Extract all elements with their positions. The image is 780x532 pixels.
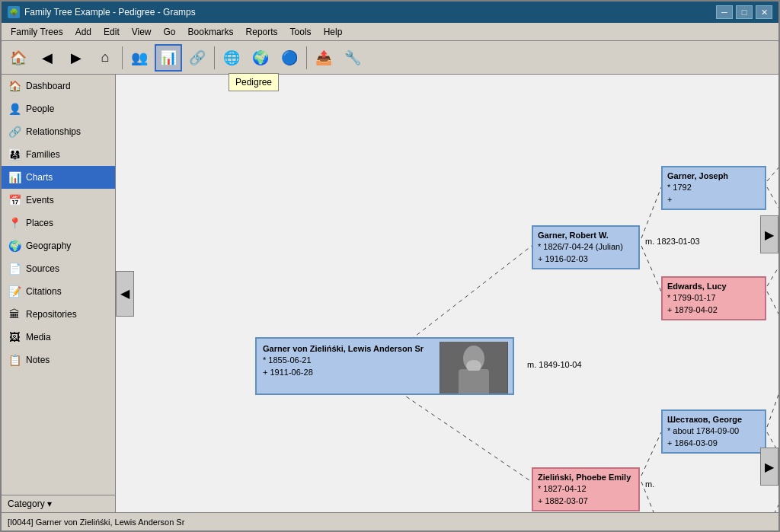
toolbar-web2-button[interactable]: 🌍 [247,44,274,72]
sidebar-label-places: Places [26,218,53,228]
menu-help[interactable]: Help [318,25,349,39]
menu-view[interactable]: View [126,25,158,39]
sidebar-item-media[interactable]: 🖼 Media [2,326,115,349]
toolbar-pedigree-button[interactable]: 📊 [155,44,182,72]
sidebar-label-dashboard: Dashboard [26,81,71,91]
menu-bar: Family Trees Add Edit View Go Bookmarks … [2,23,778,41]
gp2-death: + 1879-04-02 [667,304,760,316]
main-person-card[interactable]: Garner von Zielińśki, Lewis Anderson Sr … [255,337,514,395]
sidebar-label-sources: Sources [26,263,59,274]
sidebar-item-dashboard[interactable]: 🏠 Dashboard [2,75,115,97]
sidebar-item-citations[interactable]: 📝 Citations [2,280,115,303]
maximize-button[interactable]: □ [736,5,753,19]
gp3-name: Шестаков, George [667,414,760,425]
status-bar: [I0044] Garner von Zielińśki, Lewis Ande… [2,512,778,530]
toolbar-forward-button[interactable]: ▶ [62,44,90,72]
svg-line-2 [641,187,661,238]
marriage-gp1-label: m. 1823-01-03 [645,237,700,246]
media-icon: 🖼 [8,330,21,344]
families-icon: 👨‍👩‍👧 [8,148,21,161]
svg-line-12 [767,502,778,512]
menu-add[interactable]: Add [69,25,98,39]
sidebar-item-charts[interactable]: 📊 Charts [2,166,115,189]
toolbar-back-button[interactable]: ◀ [34,44,61,72]
close-button[interactable]: ✕ [756,5,772,19]
parent2-card[interactable]: Zieliński, Phoebe Emily * 1827-04-12 + 1… [532,467,640,511]
toolbar-home-button[interactable]: 🏠 [5,44,32,72]
sidebar-label-charts: Charts [26,172,53,183]
parent1-death: + 1916-02-03 [538,253,634,265]
menu-edit[interactable]: Edit [98,25,126,39]
sidebar-label-people: People [26,104,54,114]
main-person-photo [440,342,508,395]
toolbar-home2-button[interactable]: ⌂ [91,44,119,72]
pedigree-area: ◀ Garner von Zielińśki, Lewis Anderson S… [116,75,778,512]
parent2-birth: * 1827-04-12 [538,483,634,495]
nav-right-bottom-arrow[interactable]: ▶ [760,448,778,486]
menu-family-trees[interactable]: Family Trees [5,25,69,39]
toolbar-import-button[interactable]: 🔧 [339,44,366,72]
toolbar-export-button[interactable]: 📤 [310,44,337,72]
places-icon: 📍 [8,216,21,230]
sidebar-label-relationships: Relationships [26,126,81,137]
sidebar-label-citations: Citations [26,286,62,297]
menu-go[interactable]: Go [158,25,182,39]
svg-line-9 [767,291,778,317]
gp1-card[interactable]: Garner, Joseph * 1792 + [661,166,766,210]
sidebar-item-events[interactable]: 📅 Events [2,189,115,212]
title-bar-left: 🌳 Family Tree Example - Pedigree - Gramp… [8,6,196,18]
citations-icon: 📝 [8,285,21,298]
sidebar-item-families[interactable]: 👨‍👩‍👧 Families [2,143,115,166]
title-bar-controls: ─ □ ✕ [716,5,772,19]
svg-point-17 [466,360,481,372]
category-label: Category ▾ [8,499,52,509]
charts-icon: 📊 [8,170,21,184]
sidebar-item-repositories[interactable]: 🏛 Repositories [2,303,115,326]
menu-tools[interactable]: Tools [284,25,318,39]
gp2-name: Edwards, Lucy [667,281,760,292]
sidebar-item-geography[interactable]: 🌍 Geography [2,234,115,257]
window-title: Family Tree Example - Pedigree - Gramps [24,7,196,18]
gp3-death: + 1864-03-09 [667,438,760,449]
menu-reports[interactable]: Reports [240,25,284,39]
svg-line-8 [767,265,778,286]
title-bar: 🌳 Family Tree Example - Pedigree - Gramp… [2,2,778,23]
sidebar-item-places[interactable]: 📍 Places [2,212,115,234]
gp1-death: + [667,194,760,205]
sidebar-label-notes: Notes [26,355,50,365]
sidebar-item-relationships[interactable]: 🔗 Relationships [2,120,115,143]
parent1-card[interactable]: Garner, Robert W. * 1826/7-04-24 (Julian… [532,225,640,269]
gp2-birth: * 1799-01-17 [667,292,760,304]
svg-line-7 [767,187,778,210]
main-window: 🌳 Family Tree Example - Pedigree - Gramp… [0,0,780,532]
toolbar-web3-button[interactable]: 🔵 [276,44,303,72]
toolbar-rel-button[interactable]: 🔗 [184,44,211,72]
parent2-death: + 1882-03-07 [538,495,634,507]
toolbar-web1-button[interactable]: 🌐 [218,44,245,72]
svg-line-6 [767,166,778,181]
marriage-gp2-label: m. [645,479,654,489]
sidebar-label-families: Families [26,149,60,160]
svg-rect-18 [463,371,484,393]
nav-right-top-arrow[interactable]: ▶ [760,215,778,253]
minimize-button[interactable]: ─ [716,5,733,19]
people-icon: 👤 [8,102,21,116]
main-content: 🏠 Dashboard 👤 People 🔗 Relationships 👨‍👩… [2,75,778,512]
gp3-birth: * about 1784-09-00 [667,425,760,437]
sidebar-item-people[interactable]: 👤 People [2,97,115,120]
marriage-label-1: m. 1849-10-04 [527,360,582,369]
toolbar-people-button[interactable]: 👥 [126,44,153,72]
sidebar-label-events: Events [26,195,54,205]
sidebar-item-sources[interactable]: 📄 Sources [2,257,115,280]
sidebar-category[interactable]: Category ▾ [2,495,115,512]
menu-bookmarks[interactable]: Bookmarks [182,25,240,39]
gp2-card[interactable]: Edwards, Lucy * 1799-01-17 + 1879-04-02 [661,276,766,320]
notes-icon: 📋 [8,353,21,367]
parent2-name: Zieliński, Phoebe Emily [538,472,634,483]
gp3-card[interactable]: Шестаков, George * about 1784-09-00 + 18… [661,409,766,454]
sidebar-item-notes[interactable]: 📋 Notes [2,349,115,371]
parent1-birth: * 1826/7-04-24 (Julian) [538,241,634,253]
gp1-name: Garner, Joseph [667,170,760,182]
dashboard-icon: 🏠 [8,79,21,93]
nav-left-arrow[interactable]: ◀ [116,271,134,317]
